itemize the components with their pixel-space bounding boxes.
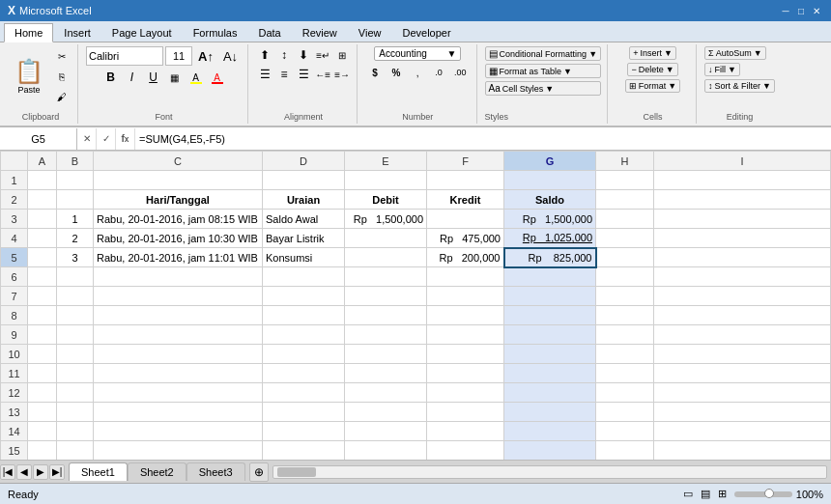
- col-header-e[interactable]: E: [345, 152, 427, 171]
- col-header-h[interactable]: H: [596, 152, 654, 171]
- cell-i5[interactable]: [654, 248, 831, 267]
- font-size-input[interactable]: [165, 46, 192, 66]
- italic-button[interactable]: I: [123, 68, 142, 87]
- copy-button[interactable]: ⎘: [52, 67, 72, 86]
- col-header-f[interactable]: F: [427, 152, 504, 171]
- scrollbar-thumb[interactable]: [277, 467, 316, 477]
- tab-page-layout[interactable]: Page Layout: [101, 23, 183, 42]
- minimize-button[interactable]: ─: [779, 4, 792, 17]
- tab-formulas[interactable]: Formulas: [183, 23, 248, 42]
- paste-button[interactable]: 📋 Paste: [10, 55, 48, 98]
- cell-g4[interactable]: Rp 1,025,000: [504, 229, 596, 248]
- border-button[interactable]: ▦: [165, 68, 185, 87]
- cell-g3[interactable]: Rp 1,500,000: [504, 210, 596, 229]
- cell-g5[interactable]: Rp 825,000: [504, 248, 596, 267]
- cell-d1[interactable]: [263, 171, 345, 190]
- first-sheet-button[interactable]: |◀: [0, 464, 15, 480]
- row-header-2[interactable]: 2: [1, 190, 28, 210]
- cell-f2[interactable]: Kredit: [427, 190, 504, 210]
- tab-developer[interactable]: Developer: [391, 23, 461, 42]
- cell-b2[interactable]: [57, 190, 94, 210]
- cell-f5[interactable]: Rp 200,000: [427, 248, 504, 267]
- cell-h5[interactable]: [596, 248, 654, 267]
- insert-function-button[interactable]: fx: [116, 128, 135, 150]
- align-top-button[interactable]: ⬆: [256, 46, 273, 64]
- prev-sheet-button[interactable]: ◀: [16, 464, 32, 480]
- sheet-area[interactable]: A B C D E F G H I 1: [0, 151, 831, 460]
- decrease-font-button[interactable]: A↓: [219, 46, 242, 66]
- row-header-3[interactable]: 3: [1, 210, 28, 229]
- restore-button[interactable]: □: [794, 4, 808, 17]
- align-center-button[interactable]: ≡: [275, 66, 293, 83]
- horizontal-scrollbar[interactable]: [272, 465, 827, 479]
- fill-button[interactable]: ↓ Fill ▼: [704, 63, 740, 76]
- cell-b1[interactable]: [57, 171, 94, 190]
- col-header-b[interactable]: B: [57, 152, 94, 171]
- cell-g1[interactable]: [504, 171, 596, 190]
- align-left-button[interactable]: ☰: [256, 66, 273, 83]
- fill-color-button[interactable]: A: [186, 68, 206, 87]
- cell-h2[interactable]: [596, 190, 654, 210]
- cell-e5[interactable]: [345, 248, 427, 267]
- col-header-a[interactable]: A: [28, 152, 57, 171]
- cell-g2[interactable]: Saldo: [504, 190, 596, 210]
- col-header-i[interactable]: I: [654, 152, 831, 171]
- currency-button[interactable]: $: [365, 63, 385, 82]
- sheet-tab-sheet1[interactable]: Sheet1: [69, 462, 128, 481]
- sheet-tab-sheet3[interactable]: Sheet3: [186, 462, 245, 481]
- cell-a4[interactable]: [28, 229, 57, 248]
- cell-f3[interactable]: [427, 210, 504, 229]
- align-bottom-button[interactable]: ⬇: [295, 46, 312, 64]
- tab-review[interactable]: Review: [292, 23, 348, 42]
- sort-filter-button[interactable]: ↕ Sort & Filter ▼: [704, 79, 775, 93]
- decrease-decimal-button[interactable]: .0: [429, 63, 448, 82]
- align-right-button[interactable]: ☰: [295, 66, 312, 83]
- underline-button[interactable]: U: [144, 68, 163, 87]
- cell-e3[interactable]: Rp 1,500,000: [345, 210, 427, 229]
- cell-i1[interactable]: [654, 171, 831, 190]
- cell-f1[interactable]: [427, 171, 504, 190]
- close-button[interactable]: ✕: [810, 4, 823, 17]
- cell-d2[interactable]: Uraian: [263, 190, 345, 210]
- zoom-slider[interactable]: [734, 491, 792, 497]
- cell-d3[interactable]: Saldo Awal: [263, 210, 345, 229]
- cell-c1[interactable]: [94, 171, 263, 190]
- cell-b5[interactable]: 3: [57, 248, 94, 267]
- add-sheet-button[interactable]: ⊕: [249, 462, 269, 482]
- cancel-formula-button[interactable]: ✕: [77, 128, 97, 150]
- cell-b4[interactable]: 2: [57, 229, 94, 248]
- cell-e2[interactable]: Debit: [345, 190, 427, 210]
- cell-reference-box[interactable]: [0, 128, 77, 150]
- comma-button[interactable]: ,: [408, 63, 427, 82]
- cell-a3[interactable]: [28, 210, 57, 229]
- increase-indent-button[interactable]: ≡→: [333, 66, 351, 83]
- cell-h1[interactable]: [596, 171, 654, 190]
- confirm-formula-button[interactable]: ✓: [97, 128, 116, 150]
- cell-e4[interactable]: [345, 229, 427, 248]
- cell-c2[interactable]: Hari/Tanggal: [94, 190, 263, 210]
- decrease-indent-button[interactable]: ←≡: [314, 66, 331, 83]
- percent-button[interactable]: %: [387, 63, 406, 82]
- row-header-4[interactable]: 4: [1, 229, 28, 248]
- font-name-input[interactable]: [86, 46, 163, 66]
- font-color-button[interactable]: A: [208, 68, 227, 87]
- col-header-d[interactable]: D: [263, 152, 345, 171]
- sheet-tab-sheet2[interactable]: Sheet2: [128, 462, 186, 481]
- col-header-c[interactable]: C: [94, 152, 263, 171]
- view-layout-icon[interactable]: ▤: [701, 488, 710, 500]
- tab-view[interactable]: View: [348, 23, 392, 42]
- cell-a1[interactable]: [28, 171, 57, 190]
- autosum-button[interactable]: Σ AutoSum ▼: [704, 46, 766, 60]
- view-normal-icon[interactable]: ▭: [683, 488, 693, 500]
- row-header-1[interactable]: 1: [1, 171, 28, 190]
- cell-b3[interactable]: 1: [57, 210, 94, 229]
- wrap-text-button[interactable]: ≡↵: [314, 46, 331, 64]
- cell-h4[interactable]: [596, 229, 654, 248]
- conditional-formatting-button[interactable]: ▤ Conditional Formatting ▼: [485, 46, 601, 61]
- cell-i4[interactable]: [654, 229, 831, 248]
- cell-f4[interactable]: Rp 475,000: [427, 229, 504, 248]
- next-sheet-button[interactable]: ▶: [33, 464, 48, 480]
- tab-home[interactable]: Home: [4, 23, 53, 42]
- increase-font-button[interactable]: A↑: [194, 46, 217, 66]
- delete-button[interactable]: − Delete ▼: [627, 63, 677, 76]
